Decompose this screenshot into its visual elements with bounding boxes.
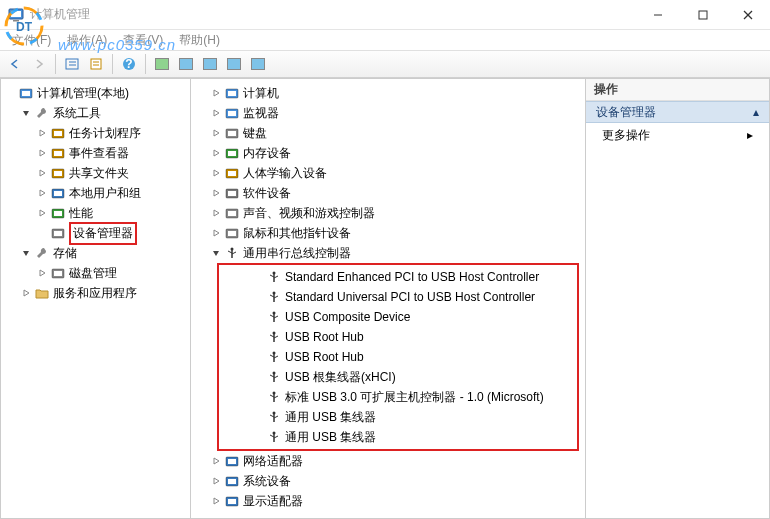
twisty-icon[interactable] xyxy=(209,189,223,197)
left-item[interactable]: 任务计划程序 xyxy=(3,123,188,143)
device-category[interactable]: 计算机 xyxy=(193,83,583,103)
nav-back-button[interactable] xyxy=(4,53,26,75)
device-category-label: 软件设备 xyxy=(243,185,295,202)
system-icon xyxy=(224,473,240,489)
left-group[interactable]: 存储 xyxy=(3,243,188,263)
device-category[interactable]: 系统设备 xyxy=(193,471,583,491)
left-root[interactable]: 计算机管理(本地) xyxy=(3,83,188,103)
tb-icon-3[interactable] xyxy=(199,53,221,75)
twisty-icon[interactable] xyxy=(19,289,33,297)
device-item[interactable]: 通用 USB 集线器 xyxy=(219,427,577,447)
twisty-icon[interactable] xyxy=(35,209,49,217)
toolbar-separator xyxy=(55,54,56,74)
svg-rect-91 xyxy=(228,459,236,464)
device-category[interactable]: 软件设备 xyxy=(193,183,583,203)
device-category[interactable]: 网络适配器 xyxy=(193,451,583,471)
device-category[interactable]: 鼠标和其他指针设备 xyxy=(193,223,583,243)
left-nav-pane: 计算机管理(本地)系统工具任务计划程序事件查看器共享文件夹本地用户和组性能设备管… xyxy=(0,78,190,519)
device-item[interactable]: Standard Universal PCI to USB Host Contr… xyxy=(219,287,577,307)
twisty-icon[interactable] xyxy=(209,249,223,257)
device-item-label: USB Composite Device xyxy=(285,310,414,324)
menu-file[interactable]: 文件(F) xyxy=(6,30,57,51)
twisty-icon[interactable] xyxy=(35,129,49,137)
device-category[interactable]: 人体学输入设备 xyxy=(193,163,583,183)
left-group[interactable]: 系统工具 xyxy=(3,103,188,123)
device-item-label: USB 根集线器(xHCI) xyxy=(285,369,400,386)
menu-help[interactable]: 帮助(H) xyxy=(173,30,226,51)
properties-button[interactable] xyxy=(85,53,107,75)
actions-section[interactable]: 设备管理器 ▴ xyxy=(586,101,769,123)
left-item[interactable]: 共享文件夹 xyxy=(3,163,188,183)
sound-icon xyxy=(224,205,240,221)
device-item[interactable]: USB Composite Device xyxy=(219,307,577,327)
device-category[interactable]: 显示适配器 xyxy=(193,491,583,511)
twisty-icon[interactable] xyxy=(35,169,49,177)
device-item[interactable]: 标准 USB 3.0 可扩展主机控制器 - 1.0 (Microsoft) xyxy=(219,387,577,407)
toolbar: ? xyxy=(0,50,770,78)
device-category[interactable]: 监视器 xyxy=(193,103,583,123)
tb-icon-5[interactable] xyxy=(247,53,269,75)
svg-rect-49 xyxy=(228,231,236,236)
close-button[interactable] xyxy=(725,0,770,29)
twisty-icon[interactable] xyxy=(209,169,223,177)
device-tree-pane: 计算机监视器键盘内存设备人体学输入设备软件设备声音、视频和游戏控制器鼠标和其他指… xyxy=(190,78,585,519)
svg-rect-23 xyxy=(54,151,62,156)
left-group[interactable]: 服务和应用程序 xyxy=(3,283,188,303)
twisty-icon[interactable] xyxy=(35,269,49,277)
left-item[interactable]: 磁盘管理 xyxy=(3,263,188,283)
device-category[interactable]: 键盘 xyxy=(193,123,583,143)
wrench-icon xyxy=(34,245,50,261)
device-item[interactable]: USB Root Hub xyxy=(219,327,577,347)
device-category-label: 网络适配器 xyxy=(243,453,307,470)
help-button[interactable]: ? xyxy=(118,53,140,75)
device-category-label: 声音、视频和游戏控制器 xyxy=(243,205,379,222)
tb-icon-1[interactable] xyxy=(151,53,173,75)
left-item[interactable]: 事件查看器 xyxy=(3,143,188,163)
device-category-label: 监视器 xyxy=(243,105,283,122)
titlebar: 计算机管理 xyxy=(0,0,770,30)
show-hide-tree-button[interactable] xyxy=(61,53,83,75)
twisty-icon[interactable] xyxy=(209,497,223,505)
twisty-icon[interactable] xyxy=(209,89,223,97)
minimize-button[interactable] xyxy=(635,0,680,29)
left-item[interactable]: 性能 xyxy=(3,203,188,223)
svg-rect-47 xyxy=(228,211,236,216)
svg-rect-13 xyxy=(91,59,101,69)
twisty-icon[interactable] xyxy=(209,129,223,137)
device-category[interactable]: 通用串行总线控制器 xyxy=(193,243,583,263)
actions-header: 操作 xyxy=(586,79,769,101)
left-item-label: 本地用户和组 xyxy=(69,185,145,202)
svg-rect-95 xyxy=(228,499,236,504)
device-category-label: 内存设备 xyxy=(243,145,295,162)
clock-icon xyxy=(50,125,66,141)
twisty-icon[interactable] xyxy=(209,229,223,237)
device-item[interactable]: USB Root Hub xyxy=(219,347,577,367)
twisty-icon[interactable] xyxy=(209,209,223,217)
twisty-icon[interactable] xyxy=(19,249,33,257)
menu-action[interactable]: 操作(A) xyxy=(61,30,113,51)
twisty-icon[interactable] xyxy=(35,189,49,197)
left-group-label: 存储 xyxy=(53,245,81,262)
twisty-icon[interactable] xyxy=(19,109,33,117)
maximize-button[interactable] xyxy=(680,0,725,29)
twisty-icon[interactable] xyxy=(209,109,223,117)
device-item[interactable]: USB 根集线器(xHCI) xyxy=(219,367,577,387)
left-item[interactable]: 设备管理器 xyxy=(3,223,188,243)
twisty-icon[interactable] xyxy=(209,457,223,465)
nav-forward-button[interactable] xyxy=(28,53,50,75)
device-item[interactable]: Standard Enhanced PCI to USB Host Contro… xyxy=(219,267,577,287)
toolbar-separator xyxy=(112,54,113,74)
twisty-icon[interactable] xyxy=(35,149,49,157)
left-item-label: 性能 xyxy=(69,205,97,222)
twisty-icon[interactable] xyxy=(209,149,223,157)
tb-icon-4[interactable] xyxy=(223,53,245,75)
more-actions-item[interactable]: 更多操作 ▸ xyxy=(586,123,769,147)
twisty-icon[interactable] xyxy=(209,477,223,485)
tb-icon-2[interactable] xyxy=(175,53,197,75)
left-item-label: 任务计划程序 xyxy=(69,125,145,142)
device-category[interactable]: 内存设备 xyxy=(193,143,583,163)
menu-view[interactable]: 查看(V) xyxy=(117,30,169,51)
left-item[interactable]: 本地用户和组 xyxy=(3,183,188,203)
device-item[interactable]: 通用 USB 集线器 xyxy=(219,407,577,427)
device-category[interactable]: 声音、视频和游戏控制器 xyxy=(193,203,583,223)
